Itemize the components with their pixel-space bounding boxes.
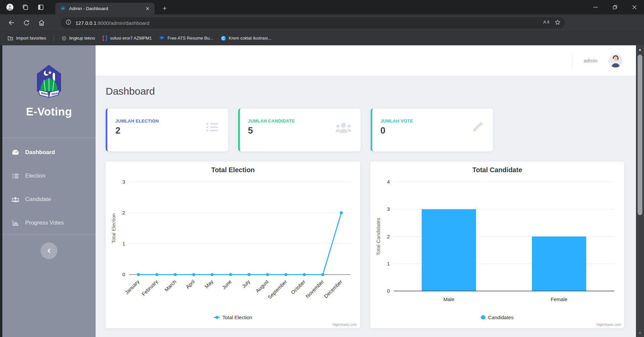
sidebar-item-progress-votes[interactable]: Progress Votes <box>2 211 96 235</box>
close-button[interactable] <box>625 0 644 14</box>
svg-text:Male: Male <box>443 296 454 302</box>
bookmark-krem-coklat[interactable]: Krem coklat ilustrasi... <box>221 36 271 41</box>
charts-row: Total Election 0123Total ElectionJanuary… <box>106 161 624 328</box>
bookmark-label: Krem coklat ilustrasi... <box>229 36 271 41</box>
badge-icon <box>221 36 226 41</box>
favorites-bar: Import favorites lingkup tekno solusi er… <box>0 31 644 45</box>
minimize-button[interactable] <box>586 0 605 14</box>
list-icon <box>205 121 219 135</box>
scrollbar-thumb[interactable] <box>638 55 642 215</box>
browser-tab-active[interactable]: Admin - Dashboard ✕ <box>55 3 155 14</box>
home-icon[interactable] <box>36 17 48 29</box>
page-viewport: BINA AMAL E-Voting Dashboard Election Ca… <box>0 45 644 337</box>
scroll-up-icon[interactable]: ▲ <box>637 47 643 52</box>
chart-legend[interactable]: Total Election <box>111 315 355 320</box>
favorite-star-icon[interactable] <box>554 19 561 27</box>
legend-label: Total Election <box>222 315 252 320</box>
sidebar-item-label: Election <box>25 173 45 179</box>
svg-text:November: November <box>305 279 325 299</box>
collections-icon[interactable] <box>19 2 31 13</box>
legend-circle-marker-icon <box>481 315 485 320</box>
bookmark-solusi-eror7[interactable]: solusi eror7 AZMPM1 <box>102 36 152 41</box>
svg-text:4: 4 <box>387 179 390 185</box>
legend-label: Candidates <box>488 315 514 320</box>
favorites-separator <box>54 35 54 42</box>
stat-label: JUMLAH VOTE <box>380 118 484 124</box>
svg-text:September: September <box>267 279 288 300</box>
restore-button[interactable] <box>605 0 625 14</box>
svg-text:3: 3 <box>122 179 125 185</box>
avatar[interactable] <box>609 54 623 67</box>
total-candidate-chart-card: Total Candidate 01234Total CandidatesMal… <box>370 161 624 328</box>
total-election-chart: 0123Total ElectionJanuaryFebruaryMarchAp… <box>111 176 355 310</box>
profile-icon[interactable] <box>4 2 15 13</box>
svg-text:0: 0 <box>122 272 125 277</box>
svg-text:3: 3 <box>387 206 390 212</box>
legend-line-marker-icon <box>214 317 220 318</box>
users-icon <box>335 121 352 136</box>
svg-text:October: October <box>290 279 307 295</box>
svg-text:A: A <box>543 19 546 25</box>
bookmark-label: lingkup tekno <box>69 36 95 41</box>
sidebar-item-election[interactable]: Election <box>2 164 96 188</box>
bookmark-free-ats-resume[interactable]: Free ATS Resume Bu... <box>159 36 213 41</box>
chevron-left-icon <box>47 248 51 253</box>
bookmark-label: solusi eror7 AZMPM1 <box>110 36 152 41</box>
sidebar-item-dashboard[interactable]: Dashboard <box>2 141 96 164</box>
svg-text:1: 1 <box>122 241 125 246</box>
address-bar[interactable]: 127.0.0.1:8000/admin/dashboard A <box>61 17 565 29</box>
chart-title: Total Election <box>111 166 355 176</box>
stat-card-candidate: JUMLAH CANDIDATE 5 <box>238 108 361 151</box>
stat-cards-row: JUMLAH ELECTION 2 JUMLAH CANDIDATE 5 JUM… <box>106 108 624 151</box>
refresh-icon[interactable] <box>20 17 33 29</box>
stat-card-vote: JUMLAH VOTE 0 <box>371 108 493 151</box>
highcharts-credits[interactable]: Highcharts.com <box>596 323 621 327</box>
import-favorites-button[interactable]: Import favorites <box>7 35 46 41</box>
page-scrollbar[interactable]: ▲ ▼ <box>636 45 644 337</box>
svg-text:April: April <box>184 279 196 290</box>
total-election-chart-card: Total Election 0123Total ElectionJanuary… <box>106 161 360 328</box>
bar-chart-icon <box>11 220 19 227</box>
svg-text:March: March <box>163 279 177 292</box>
svg-text:January: January <box>124 279 141 295</box>
new-tab-button[interactable]: + <box>160 4 169 13</box>
svg-text:0: 0 <box>387 288 390 294</box>
url-path: :8000/admin/dashboard <box>97 20 150 26</box>
username-label[interactable]: admin <box>584 58 597 63</box>
main-area: admin Dashboard JUMLAH ELECTION 2 JUMLAH… <box>96 45 636 337</box>
url-host: 127.0.0.1 <box>75 20 97 26</box>
tab-title: Admin - Dashboard <box>69 6 144 11</box>
read-aloud-icon[interactable]: A <box>543 19 550 27</box>
brand-title: E-Voting <box>2 105 96 118</box>
sidebar-item-label: Dashboard <box>25 149 55 156</box>
workspaces-icon[interactable] <box>35 2 46 13</box>
window-controls <box>586 0 644 14</box>
chart-legend[interactable]: Candidates <box>375 315 619 320</box>
stat-value: 0 <box>380 126 484 136</box>
svg-text:Female: Female <box>551 296 568 302</box>
browser-window: Admin - Dashboard ✕ + 127.0.0.1:8000/adm… <box>0 0 644 337</box>
svg-text:July: July <box>241 279 251 289</box>
back-icon[interactable] <box>5 17 17 29</box>
sidebar-item-candidate[interactable]: Candidate <box>2 188 96 211</box>
pen-icon <box>470 121 484 135</box>
topbar-divider <box>572 53 572 68</box>
scroll-down-icon[interactable]: ▼ <box>637 331 643 336</box>
sidebar-collapse-button[interactable] <box>41 242 57 259</box>
brackets-icon <box>102 36 107 41</box>
nav-divider <box>2 235 96 235</box>
school-logo: BINA AMAL <box>36 64 62 100</box>
svg-text:December: December <box>323 279 343 299</box>
tab-close-icon[interactable]: ✕ <box>144 5 151 12</box>
stat-label: JUMLAH ELECTION <box>115 118 219 124</box>
svg-text:February: February <box>141 279 159 297</box>
url-text[interactable]: 127.0.0.1:8000/admin/dashboard <box>75 20 543 26</box>
site-favicon-icon <box>60 5 66 12</box>
bookmark-label: Free ATS Resume Bu... <box>167 36 213 41</box>
bookmark-lingkup-tekno[interactable]: lingkup tekno <box>61 36 95 41</box>
highcharts-credits[interactable]: Highcharts.com <box>332 323 357 327</box>
svg-text:2: 2 <box>122 210 125 215</box>
import-favorites-label: Import favorites <box>16 36 46 41</box>
globe-icon <box>61 36 67 41</box>
site-info-icon[interactable] <box>65 19 71 27</box>
